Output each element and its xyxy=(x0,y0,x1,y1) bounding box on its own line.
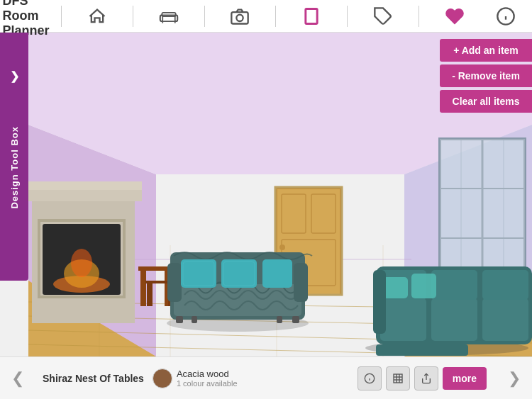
nav-divider-5 xyxy=(347,6,348,27)
svg-rect-3 xyxy=(175,15,178,21)
svg-rect-45 xyxy=(28,189,142,201)
svg-point-42 xyxy=(279,245,285,250)
layout-bottom-icon[interactable] xyxy=(386,366,410,390)
nav-divider-4 xyxy=(275,6,276,27)
info-icon[interactable] xyxy=(489,0,522,33)
svg-rect-56 xyxy=(147,283,153,306)
svg-point-7 xyxy=(237,14,243,21)
heart-icon[interactable] xyxy=(438,0,471,33)
svg-rect-71 xyxy=(192,316,197,323)
svg-rect-88 xyxy=(394,374,402,383)
colour-name-label: Acacia wood xyxy=(177,369,238,379)
svg-rect-8 xyxy=(306,9,317,23)
info-bottom-icon[interactable] xyxy=(358,366,382,390)
nav-divider-2 xyxy=(133,6,133,27)
svg-rect-65 xyxy=(221,259,257,288)
bottom-action-icons: more xyxy=(358,366,487,390)
svg-rect-75 xyxy=(380,298,426,341)
svg-rect-79 xyxy=(431,270,477,300)
more-button[interactable]: more xyxy=(443,367,487,390)
item-name-label: Shiraz Nest Of Tables xyxy=(43,373,144,384)
design-tool-toggle[interactable]: ❯ xyxy=(6,68,22,84)
bottom-content: Shiraz Nest Of Tables Acacia wood 1 colo… xyxy=(35,366,497,390)
home-icon[interactable] xyxy=(81,0,113,33)
top-navigation: DFS Room Planner xyxy=(0,0,532,33)
svg-rect-81 xyxy=(383,277,408,298)
add-item-button[interactable]: + Add an item xyxy=(440,39,532,62)
nav-divider-3 xyxy=(204,6,205,27)
design-tool-label-text: Design Tool Box xyxy=(9,126,20,209)
sofa-icon[interactable] xyxy=(153,0,185,33)
svg-rect-70 xyxy=(292,316,299,323)
svg-rect-66 xyxy=(262,259,292,288)
svg-point-51 xyxy=(71,249,92,277)
bottom-nav-right-button[interactable]: ❯ xyxy=(497,357,532,400)
svg-rect-77 xyxy=(482,298,528,341)
room-icon[interactable] xyxy=(295,0,328,33)
nav-divider-1 xyxy=(61,6,62,27)
svg-rect-72 xyxy=(277,316,282,323)
svg-rect-62 xyxy=(167,263,182,302)
bottom-nav-left-button[interactable]: ❮ xyxy=(0,357,35,400)
clear-items-button[interactable]: Clear all items xyxy=(440,90,532,113)
share-bottom-icon[interactable] xyxy=(414,366,438,390)
svg-rect-76 xyxy=(431,298,477,341)
design-tool-box[interactable]: ❯ Design Tool Box xyxy=(0,33,28,281)
colour-swatch[interactable] xyxy=(153,369,172,388)
svg-rect-63 xyxy=(294,263,308,302)
svg-rect-53 xyxy=(140,271,146,306)
colour-count-label: 1 colour available xyxy=(177,379,238,388)
dfs-logo[interactable]: DFS Room Planner xyxy=(9,0,42,33)
svg-rect-69 xyxy=(176,316,183,323)
svg-rect-83 xyxy=(373,270,386,334)
colour-text: Acacia wood 1 colour available xyxy=(177,369,238,388)
nav-divider-6 xyxy=(419,6,419,27)
svg-rect-84 xyxy=(376,344,468,356)
remove-item-button[interactable]: - Remove item xyxy=(440,64,532,87)
svg-rect-82 xyxy=(411,274,436,298)
action-buttons-panel: + Add an item - Remove item Clear all it… xyxy=(440,39,532,113)
tag-icon[interactable] xyxy=(367,0,399,33)
colour-info: Acacia wood 1 colour available xyxy=(153,369,238,388)
svg-rect-60 xyxy=(174,284,301,316)
svg-rect-64 xyxy=(181,259,216,288)
camera-icon[interactable] xyxy=(223,0,256,33)
svg-rect-2 xyxy=(160,15,163,21)
bottom-bar: ❮ Shiraz Nest Of Tables Acacia wood 1 co… xyxy=(0,356,532,399)
svg-rect-48 xyxy=(28,181,142,190)
svg-rect-80 xyxy=(482,270,528,300)
